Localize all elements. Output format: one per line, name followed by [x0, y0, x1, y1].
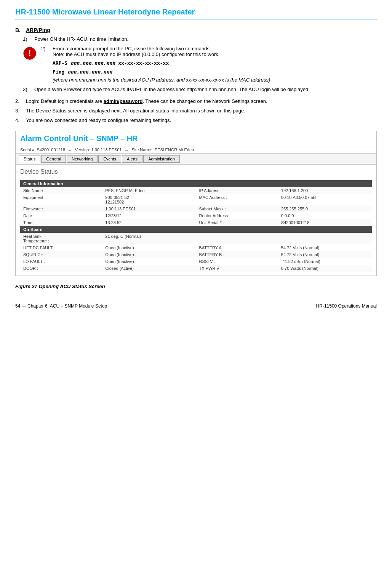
ping-command: Ping nnn.nnn.nnn.nnn — [53, 69, 377, 75]
tab-general[interactable]: General — [41, 155, 66, 163]
general-row-5: Time : 13:28:52 Unit Serial # : S4200100… — [20, 219, 372, 226]
label-lo: LO FAULT : — [20, 258, 102, 265]
main-step-2-after: . These can be changed on the Network Se… — [142, 98, 267, 104]
info-table: General Information Site Name : PESi ENG… — [20, 180, 372, 272]
acu-serial-bar: Serial #: S42001001218 -- Version: 1.00.… — [16, 146, 376, 154]
section-b-heading: ARP/Ping — [26, 27, 50, 33]
acu-screenshot: Alarm Control Unit – SNMP – HR Serial #:… — [15, 131, 377, 276]
svg-text:!: ! — [28, 48, 31, 58]
step-2-num: 2) — [41, 46, 53, 51]
tab-status[interactable]: Status — [19, 155, 40, 163]
step-1-text: Power ON the HR- ACU, no time limitation… — [34, 36, 377, 42]
acu-site-val: PESi ENGR Mt Eden — [155, 147, 194, 152]
step-2-note: Note: the ACU must have no IP address (0… — [53, 51, 219, 57]
label-het: HET DC FAULT : — [20, 244, 102, 251]
ping-addr: nnn.nnn.nnn.nnn — [64, 69, 112, 75]
val-batt-a: 54.72 Volts (Normal) — [278, 244, 372, 251]
val-firmware: 1.00.113 PES01 — [102, 205, 196, 212]
label-rssi: RSSI V : — [196, 258, 278, 265]
tab-alerts[interactable]: Alerts — [122, 155, 142, 163]
val-subnet: 255.255.255.0 — [278, 205, 372, 212]
footer-right: HR-11500 Operations Manual — [316, 303, 377, 309]
val-heatsink: 21 deg. C (Normal) — [102, 233, 196, 244]
main-steps: 2. Login: Default login credentials are … — [15, 98, 377, 123]
tab-events[interactable]: Events — [98, 155, 121, 163]
footer: 54 — Chapter 6. ACU – SNMP Module Setup … — [15, 301, 377, 309]
step-1: 1) Power ON the HR- ACU, no time limitat… — [23, 36, 377, 42]
onboard-row-5: DOOR : Closed (Active) TX PWR V : 0.70 W… — [20, 265, 372, 272]
section-header-general: General Information — [20, 180, 372, 187]
main-step-2-content: Login: Default login credentials are adm… — [26, 98, 377, 104]
label-firmware: Firmware : — [20, 205, 102, 212]
general-info-header: General Information — [20, 180, 372, 187]
val-site-name: PESi ENGR Mt Eden — [102, 187, 196, 194]
label-txpwr: TX PWR V : — [196, 265, 278, 272]
main-step-2-credential: admin/password — [104, 98, 143, 104]
page-title: HR-11500 Microwave Linear Heterodyne Rep… — [15, 8, 377, 19]
onboard-row-3: SQUELCH : Open (Inactive) BATTERY B : 54… — [20, 251, 372, 258]
acu-site-label: Site Name: — [131, 147, 152, 152]
label-equipment: Equipment : — [20, 194, 102, 205]
section-header-onboard: On-Board — [20, 226, 372, 233]
label-router: Router Address: — [196, 212, 278, 219]
general-row-2: Equipment : 900-0531-5212121502 MAC Addr… — [20, 194, 372, 205]
step-3-num: 3) — [23, 87, 34, 92]
label-batt-a: BATTERY A : — [196, 244, 278, 251]
label-serial: Unit Serial # : — [196, 219, 278, 226]
acu-title: Alarm Control Unit – SNMP – HR — [20, 134, 372, 143]
label-squelch: SQUELCH : — [20, 251, 102, 258]
general-row-3: Firmware : 1.00.113 PES01 Subnet Mask : … — [20, 205, 372, 212]
main-step-3-text: The Device Status screen is displayed ne… — [26, 108, 245, 114]
arp-addr: nnn.nnn.nnn.nnn — [67, 60, 118, 66]
acu-nav: Status General Networking Events Alerts … — [16, 154, 376, 165]
val-empty1 — [278, 233, 372, 244]
val-batt-b: 54.72 Volts (Normal) — [278, 251, 372, 258]
label-mac: MAC Address : — [196, 194, 278, 205]
onboard-header: On-Board — [20, 226, 372, 233]
main-step-4-content: You are now connected and ready to confi… — [26, 117, 377, 123]
label-door: DOOR : — [20, 265, 102, 272]
val-mac: 00:10:A3:50:07:5B — [278, 194, 372, 205]
label-ip: IP Address : — [196, 187, 278, 194]
where-before: (where nnn.nnn.nnn.nnn is the desired AC… — [53, 77, 186, 83]
val-equipment: 900-0531-5212121502 — [102, 194, 196, 205]
label-site-name: Site Name : — [20, 187, 102, 194]
label-empty1 — [196, 233, 278, 244]
val-lo: Open (Inactive) — [102, 258, 196, 265]
onboard-row-4: LO FAULT : Open (Inactive) RSSI V : -41.… — [20, 258, 372, 265]
arp-label: ARP-S — [53, 60, 67, 66]
step-1-num: 1) — [23, 36, 34, 42]
onboard-row-2: HET DC FAULT : Open (Inactive) BATTERY A… — [20, 244, 372, 251]
main-step-4-text: You are now connected and ready to confi… — [26, 117, 171, 123]
label-heatsink: Heat SinkTemperature : — [20, 233, 102, 244]
val-txpwr: 0.70 Watts (Normal) — [278, 265, 372, 272]
val-squelch: Open (Inactive) — [102, 251, 196, 258]
footer-left: 54 — Chapter 6. ACU – SNMP Module Setup — [15, 303, 107, 309]
tab-administration[interactable]: Administration — [143, 155, 180, 163]
tab-networking[interactable]: Networking — [67, 155, 98, 163]
acu-title-bar: Alarm Control Unit – SNMP – HR — [16, 131, 376, 146]
arp-command: ARP-S nnn.nnn.nnn.nnn xx-xx-xx-xx-xx-xx — [53, 60, 377, 66]
step-2-intro: From a command prompt on the PC, issue t… — [53, 46, 210, 51]
figure-caption: Figure 27 Opening ACU Status Screen — [15, 284, 377, 289]
ping-label: Ping — [53, 69, 64, 75]
main-step-3-num: 3. — [15, 108, 26, 114]
label-date: Date : — [20, 212, 102, 219]
general-row-4: Date : 12/23/12 Router Address: 0.0.0.0 — [20, 212, 372, 219]
main-step-2-before: Login: Default login credentials are — [26, 98, 104, 104]
where-mac: xx-xx-xx-xx-xx-xx — [186, 77, 224, 83]
label-batt-b: BATTERY B : — [196, 251, 278, 258]
acu-version: Version: 1.00.113 PES01 — [75, 147, 122, 152]
label-subnet: Subnet Mask : — [196, 205, 278, 212]
label-time: Time : — [20, 219, 102, 226]
val-date: 12/23/12 — [102, 212, 196, 219]
val-het: Open (Inactive) — [102, 244, 196, 251]
main-step-4-num: 4. — [15, 117, 26, 123]
step-3-text: Open a Web Browser and type the ACU's IP… — [34, 87, 377, 92]
warning-icon: ! — [23, 46, 37, 60]
step-2-content: 2) From a command prompt on the PC, issu… — [41, 46, 377, 83]
step-2-warning: ! 2) From a command prompt on the PC, is… — [23, 46, 377, 83]
general-row-1: Site Name : PESi ENGR Mt Eden IP Address… — [20, 187, 372, 194]
val-ip: 192.168.1.200 — [278, 187, 372, 194]
where-end: is the MAC address) — [224, 77, 270, 83]
